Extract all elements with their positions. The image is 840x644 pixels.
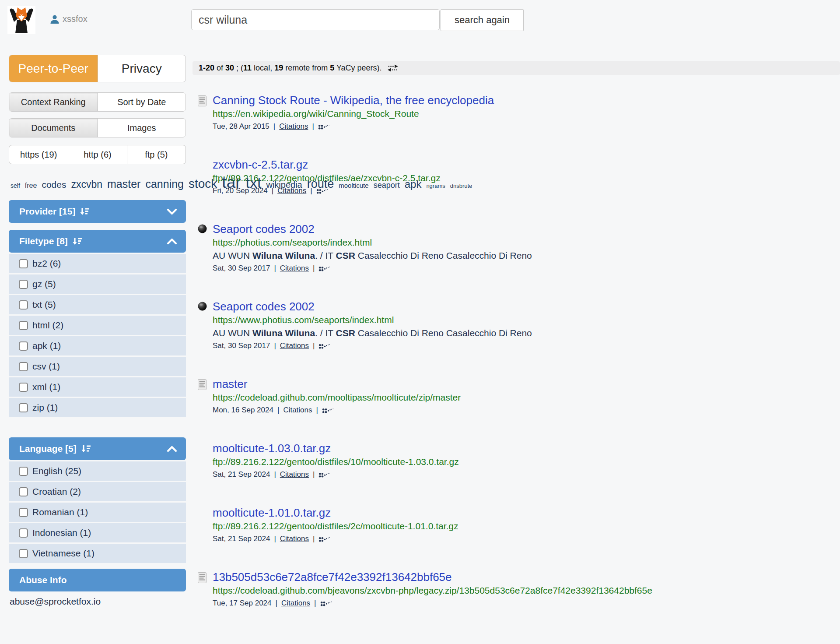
facet-option-row[interactable]: bz2 (6): [9, 254, 186, 273]
result-url[interactable]: ftp://89.216.2.122/gentoo/distfiles/ae/z…: [213, 172, 840, 185]
tag-cloud-term[interactable]: self: [10, 182, 20, 189]
results-count-text: YaCy peers).: [334, 63, 384, 73]
ranking-dots-icon[interactable]: [316, 188, 329, 194]
search-result: moolticute-1.01.0.tar.gzftp://89.216.2.1…: [198, 506, 840, 545]
tag-cloud-term[interactable]: free: [25, 182, 37, 189]
ranking-dots-icon[interactable]: [318, 265, 331, 272]
peer-to-peer-tab[interactable]: Peer-to-Peer: [9, 55, 98, 82]
tag-cloud-term[interactable]: zxcvbn: [71, 179, 102, 190]
username: xssfox: [63, 14, 88, 24]
citations-link[interactable]: Citations: [280, 533, 309, 545]
facet-option-row[interactable]: html (2): [9, 316, 186, 335]
facet-option-row[interactable]: apk (1): [9, 336, 186, 355]
documents-tab[interactable]: Documents: [9, 119, 98, 137]
result-url[interactable]: https://en.wikipedia.org/wiki/Canning_St…: [213, 107, 840, 120]
facet-option-label: txt (5): [32, 299, 56, 310]
facet-checkbox[interactable]: [19, 321, 28, 330]
facet-header[interactable]: Provider [15]: [9, 200, 186, 223]
separator: |: [310, 185, 312, 197]
sort-by-date-tab[interactable]: Sort by Date: [98, 93, 186, 111]
citations-link[interactable]: Citations: [283, 404, 312, 416]
context-ranking-tab[interactable]: Context Ranking: [9, 93, 98, 111]
facet-checkbox[interactable]: [19, 300, 28, 310]
result-url[interactable]: ftp://89.216.2.122/gentoo/distfiles/2c/m…: [213, 520, 840, 533]
protocol-filter-button[interactable]: ftp (5): [127, 145, 186, 164]
facet-checkbox[interactable]: [19, 341, 28, 351]
tag-cloud-term[interactable]: canning: [145, 178, 184, 190]
tag-cloud: selffreecodeszxcvbnmastercanningstocktar…: [9, 170, 186, 200]
facet-checkbox[interactable]: [19, 362, 28, 371]
yacy-fox-logo[interactable]: [7, 6, 35, 34]
facet-option-row[interactable]: zip (1): [9, 398, 186, 417]
facet-option-row[interactable]: csv (1): [9, 357, 186, 376]
ranking-dots-icon[interactable]: [318, 472, 331, 478]
ranking-dots-icon[interactable]: [322, 407, 334, 414]
tag-cloud-term[interactable]: codes: [42, 179, 66, 190]
search-input[interactable]: [191, 9, 440, 30]
facet-checkbox[interactable]: [19, 487, 28, 496]
protocol-filter-button[interactable]: https (19): [9, 145, 68, 164]
result-date: Mon, 16 Sep 2024: [213, 404, 273, 416]
results-count-text: 1-20: [199, 63, 214, 73]
facet-option-row[interactable]: gz (5): [9, 274, 186, 294]
results-count-text: 5: [330, 63, 334, 73]
facet-option-row[interactable]: English (25): [9, 461, 186, 481]
result-snippet: AU WUN Wiluna Wiluna. / IT CSR Casalecch…: [213, 327, 840, 340]
facet-option-row[interactable]: Croatian (2): [9, 482, 186, 501]
citations-link[interactable]: Citations: [280, 340, 309, 352]
ranking-dots-icon[interactable]: [318, 536, 331, 542]
facet-option-row[interactable]: txt (5): [9, 295, 186, 314]
ranking-dots-icon[interactable]: [318, 123, 330, 130]
search-again-button[interactable]: search again: [441, 9, 524, 31]
facet-header[interactable]: Language [5]: [9, 437, 186, 460]
results-count-text: 11: [243, 63, 252, 73]
facet-option-row[interactable]: Vietnamese (1): [9, 544, 186, 563]
images-tab[interactable]: Images: [98, 119, 186, 137]
ranking-dots-icon[interactable]: [318, 343, 331, 349]
result-title-link[interactable]: zxcvbn-c-2.5.tar.gz: [213, 158, 308, 172]
citations-link[interactable]: Citations: [281, 597, 310, 609]
result-title-link[interactable]: master: [213, 377, 247, 391]
facet-checkbox[interactable]: [19, 280, 28, 289]
result-title-link[interactable]: moolticute-1.03.0.tar.gz: [213, 441, 331, 455]
result-title-link[interactable]: 13b505d53c6e72a8fce7f42e3392f13642bbf65e: [213, 570, 452, 584]
result-url[interactable]: https://codeload.github.com/bjeavons/zxc…: [213, 584, 840, 597]
result-title-link[interactable]: Seaport codes 2002: [213, 222, 315, 236]
facet-option-row[interactable]: xml (1): [9, 377, 186, 397]
result-url[interactable]: https://photius.com/seaports/index.html: [213, 236, 840, 249]
facet-checkbox[interactable]: [19, 383, 28, 392]
facet-header[interactable]: Filetype [8]: [9, 230, 186, 253]
facet-option-row[interactable]: Indonesian (1): [9, 523, 186, 542]
facet-checkbox[interactable]: [19, 259, 28, 268]
citations-link[interactable]: Citations: [280, 468, 309, 481]
result-title-link[interactable]: Seaport codes 2002: [213, 299, 315, 313]
facet-checkbox[interactable]: [19, 467, 28, 476]
ranking-dots-icon[interactable]: [320, 600, 332, 607]
facet-option-row[interactable]: Romanian (1): [9, 503, 186, 522]
privacy-tab[interactable]: Privacy: [98, 55, 186, 82]
search-result: 13b505d53c6e72a8fce7f42e3392f13642bbf65e…: [198, 570, 840, 609]
facet-checkbox[interactable]: [19, 549, 28, 558]
separator: |: [274, 262, 276, 274]
facet-title: Filetype [8]: [19, 236, 68, 246]
doctype-toggle: Documents Images: [9, 118, 186, 137]
facet-checkbox[interactable]: [19, 528, 28, 538]
exchange-arrows-icon[interactable]: [387, 64, 399, 72]
result-meta: Tue, 28 Apr 2015|Citations|: [213, 120, 840, 133]
result-url[interactable]: https://codeload.github.com/mooltipass/m…: [213, 391, 840, 404]
citations-link[interactable]: Citations: [280, 262, 309, 274]
user-chip[interactable]: xssfox: [50, 14, 88, 24]
citations-link[interactable]: Citations: [277, 185, 306, 197]
result-title-link[interactable]: Canning Stock Route - Wikipedia, the fre…: [213, 93, 494, 107]
search-result: Seaport codes 2002https://photius.com/se…: [198, 222, 840, 274]
protocol-filter-group: https (19)http (6)ftp (5): [9, 145, 186, 164]
citations-link[interactable]: Citations: [279, 120, 308, 133]
protocol-filter-button[interactable]: http (6): [68, 145, 126, 164]
tag-cloud-term[interactable]: master: [107, 178, 140, 190]
facet-checkbox[interactable]: [19, 403, 28, 412]
result-url[interactable]: ftp://89.216.2.122/gentoo/distfiles/10/m…: [213, 455, 840, 468]
result-url[interactable]: https://www.photius.com/seaports/index.h…: [213, 313, 840, 327]
facet-option-label: html (2): [32, 320, 63, 331]
result-title-link[interactable]: moolticute-1.01.0.tar.gz: [213, 506, 331, 520]
facet-checkbox[interactable]: [19, 508, 28, 517]
